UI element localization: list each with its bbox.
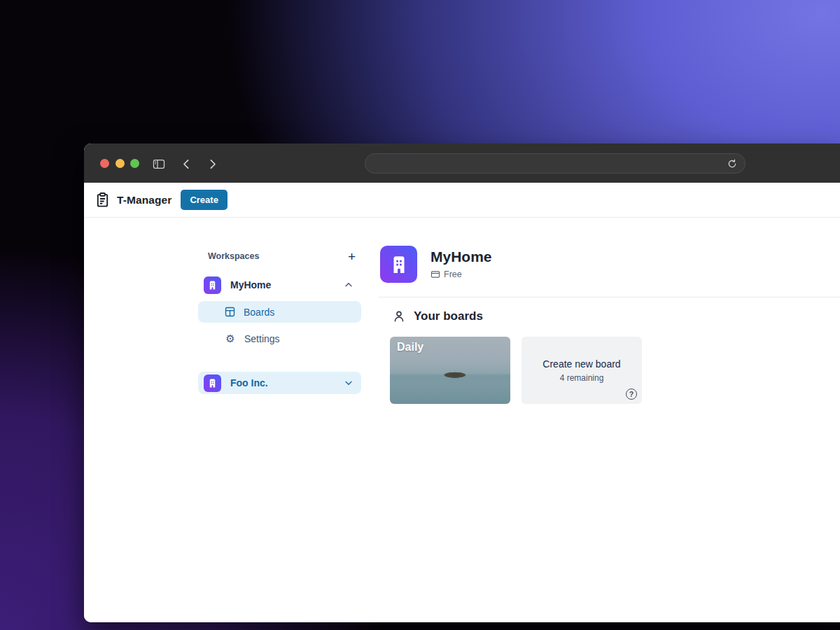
workspace-name: Foo Inc. — [230, 377, 343, 388]
boards-remaining-label: 4 remaining — [560, 373, 604, 383]
sidebar-item-boards[interactable]: Boards — [198, 301, 361, 323]
boards-grid: Daily Create new board 4 remaining ? — [390, 337, 642, 404]
sidebar-item-label: Settings — [244, 333, 280, 344]
forward-icon[interactable] — [205, 157, 219, 171]
create-board-label: Create new board — [542, 358, 620, 370]
sidebar-toggle-icon[interactable] — [152, 157, 166, 171]
sidebar-item-label: Boards — [244, 307, 274, 318]
create-button[interactable]: Create — [181, 190, 227, 210]
board-title: Daily — [397, 341, 424, 354]
zoom-window-button[interactable] — [130, 159, 139, 168]
workspace-avatar-icon — [380, 246, 417, 283]
browser-window: T-Manager Create Workspaces + MyHome — [84, 144, 840, 622]
sidebar-item-settings[interactable]: ⚙ Settings — [198, 328, 361, 349]
header-divider — [379, 297, 840, 298]
person-icon — [392, 309, 406, 323]
gear-icon: ⚙ — [224, 333, 237, 344]
add-workspace-button[interactable]: + — [348, 250, 356, 263]
content-area: Workspaces + MyHome — [84, 218, 840, 622]
chevron-down-icon[interactable] — [343, 377, 354, 388]
address-bar[interactable] — [365, 153, 746, 174]
workspace-avatar-icon — [204, 374, 221, 392]
workspace-name: MyHome — [230, 279, 343, 290]
workspace-row-foo-inc[interactable]: Foo Inc. — [198, 372, 361, 394]
boards-icon — [224, 306, 236, 318]
workspaces-sidebar: Workspaces + MyHome — [198, 247, 361, 394]
workspace-avatar-icon — [204, 276, 221, 294]
workspace-row-myhome[interactable]: MyHome — [198, 274, 361, 296]
reload-icon[interactable] — [727, 158, 738, 169]
board-card-daily[interactable]: Daily — [390, 337, 510, 404]
close-window-button[interactable] — [100, 159, 109, 168]
workspaces-header: Workspaces + — [198, 247, 361, 265]
your-boards-heading: Your boards — [392, 309, 483, 323]
plan-badge: Free — [430, 270, 492, 279]
create-new-board-card[interactable]: Create new board 4 remaining ? — [522, 337, 642, 404]
credit-card-icon — [430, 270, 440, 279]
browser-chrome — [84, 144, 840, 183]
clipboard-logo-icon — [94, 192, 111, 208]
app-topbar: T-Manager Create — [84, 183, 840, 218]
help-icon[interactable]: ? — [626, 388, 637, 400]
sidebar-spacer — [198, 349, 361, 372]
minimize-window-button[interactable] — [115, 159, 125, 168]
workspaces-label: Workspaces — [208, 251, 259, 261]
workspace-header: MyHome Free — [380, 246, 492, 283]
workspace-title: MyHome — [430, 248, 492, 265]
app-title: T-Manager — [117, 194, 172, 206]
section-title: Your boards — [414, 309, 483, 323]
back-icon[interactable] — [179, 157, 193, 171]
plan-label: Free — [444, 270, 462, 279]
chevron-up-icon[interactable] — [343, 279, 354, 290]
address-input[interactable] — [372, 158, 727, 169]
